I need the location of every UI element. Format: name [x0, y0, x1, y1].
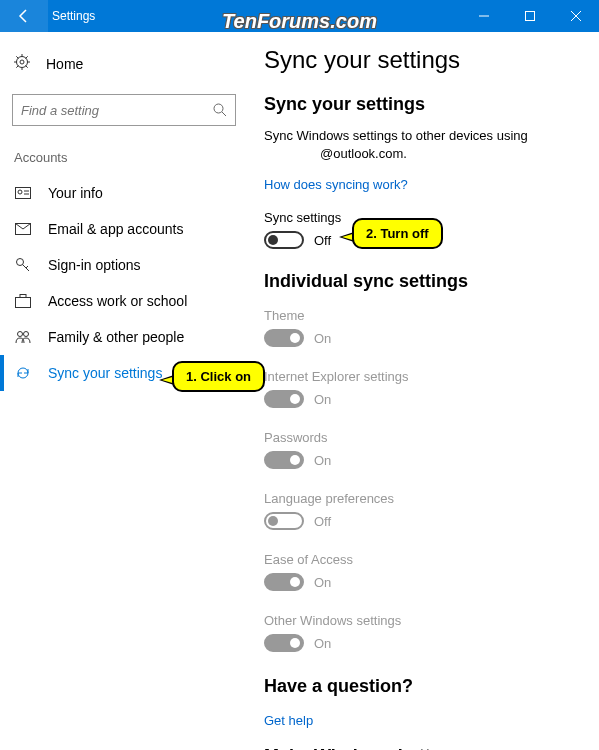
svg-point-5 — [20, 60, 24, 64]
main-content: Sync your settings Sync your settings Sy… — [248, 32, 599, 750]
individual-header: Individual sync settings — [264, 271, 575, 292]
how-syncing-link[interactable]: How does syncing work? — [264, 177, 575, 192]
ie-toggle[interactable] — [264, 390, 304, 408]
svg-rect-25 — [20, 295, 26, 298]
theme-toggle[interactable] — [264, 329, 304, 347]
passwords-label: Passwords — [264, 430, 575, 445]
svg-point-21 — [17, 259, 24, 266]
subtitle: Sync your settings — [264, 94, 575, 115]
other-toggle[interactable] — [264, 634, 304, 652]
passwords-state: On — [314, 453, 331, 468]
nav-your-info[interactable]: Your info — [8, 175, 240, 211]
person-card-icon — [14, 187, 32, 199]
back-button[interactable] — [0, 0, 48, 32]
close-button[interactable] — [553, 0, 599, 32]
question-header: Have a question? — [264, 676, 575, 697]
ease-state: On — [314, 575, 331, 590]
language-state: Off — [314, 514, 331, 529]
minimize-icon — [479, 11, 489, 21]
get-help-link[interactable]: Get help — [264, 713, 575, 728]
ease-toggle[interactable] — [264, 573, 304, 591]
people-icon — [14, 330, 32, 344]
theme-state: On — [314, 331, 331, 346]
nav-label: Access work or school — [48, 293, 187, 309]
nav-family[interactable]: Family & other people — [8, 319, 240, 355]
annotation-callout-1: 1. Click on — [172, 361, 265, 392]
section-label: Accounts — [8, 150, 240, 175]
svg-line-15 — [222, 112, 226, 116]
nav-email[interactable]: Email & app accounts — [8, 211, 240, 247]
language-toggle[interactable] — [264, 512, 304, 530]
gear-icon — [14, 54, 30, 74]
ie-state: On — [314, 392, 331, 407]
nav-work[interactable]: Access work or school — [8, 283, 240, 319]
ie-label: Internet Explorer settings — [264, 369, 575, 384]
search-input[interactable] — [21, 103, 213, 118]
sync-icon — [14, 365, 32, 381]
home-label: Home — [46, 56, 83, 72]
ease-label: Ease of Access — [264, 552, 575, 567]
maximize-icon — [525, 11, 535, 21]
svg-point-14 — [214, 104, 223, 113]
language-label: Language preferences — [264, 491, 575, 506]
sync-settings-state: Off — [314, 233, 331, 248]
other-label: Other Windows settings — [264, 613, 575, 628]
mail-icon — [14, 223, 32, 235]
window-title: Settings — [48, 9, 95, 23]
search-box[interactable] — [12, 94, 236, 126]
svg-point-27 — [24, 332, 29, 337]
nav-label: Sync your settings — [48, 365, 162, 381]
nav-label: Family & other people — [48, 329, 184, 345]
key-icon — [14, 257, 32, 273]
nav-label: Sign-in options — [48, 257, 141, 273]
arrow-left-icon — [16, 8, 32, 24]
maximize-button[interactable] — [507, 0, 553, 32]
svg-rect-1 — [526, 12, 535, 21]
search-icon — [213, 103, 227, 117]
briefcase-icon — [14, 294, 32, 308]
close-icon — [571, 11, 581, 21]
sync-settings-toggle[interactable] — [264, 231, 304, 249]
home-button[interactable]: Home — [8, 46, 240, 82]
minimize-button[interactable] — [461, 0, 507, 32]
nav-signin[interactable]: Sign-in options — [8, 247, 240, 283]
nav-label: Your info — [48, 185, 103, 201]
sync-description: Sync Windows settings to other devices u… — [264, 127, 575, 163]
titlebar: Settings — [0, 0, 599, 32]
passwords-toggle[interactable] — [264, 451, 304, 469]
better-header: Make Windows better — [264, 746, 575, 750]
page-title: Sync your settings — [264, 46, 575, 74]
svg-line-23 — [26, 266, 28, 268]
svg-point-17 — [18, 190, 22, 194]
svg-rect-24 — [16, 298, 31, 308]
annotation-callout-2: 2. Turn off — [352, 218, 443, 249]
redacted-email — [264, 149, 320, 160]
nav-label: Email & app accounts — [48, 221, 183, 237]
other-state: On — [314, 636, 331, 651]
theme-label: Theme — [264, 308, 575, 323]
svg-point-26 — [18, 332, 23, 337]
